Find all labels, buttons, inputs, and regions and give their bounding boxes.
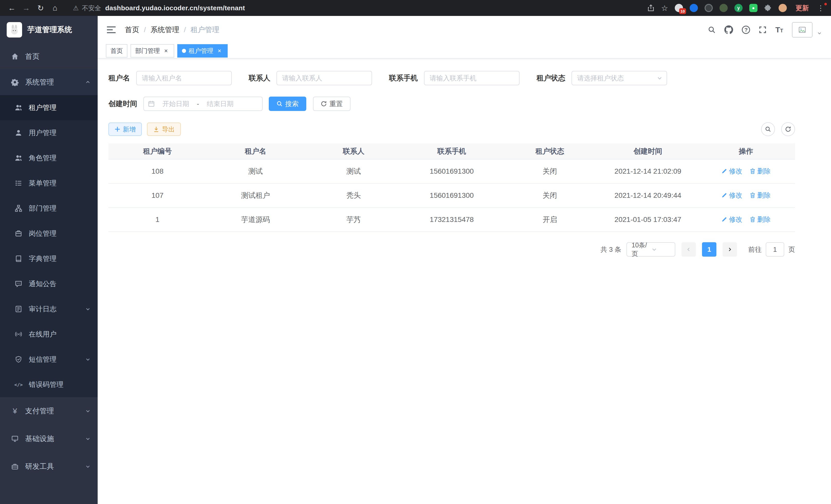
close-icon[interactable]: × xyxy=(163,47,170,55)
sidebar-item-role[interactable]: 角色管理 xyxy=(0,145,98,171)
extension-dark-icon[interactable] xyxy=(705,4,713,12)
tab-home[interactable]: 首页 xyxy=(106,44,127,58)
tenant-name-input[interactable] xyxy=(136,71,232,85)
mobile-input[interactable] xyxy=(424,71,520,85)
edit-link[interactable]: 修改 xyxy=(721,191,742,200)
date-range-picker[interactable]: - xyxy=(143,97,263,111)
col-created: 创建时间 xyxy=(599,143,697,159)
search-icon[interactable] xyxy=(708,26,716,34)
signal-icon xyxy=(14,331,23,338)
page-number-button[interactable]: 1 xyxy=(702,242,716,257)
sidebar-item-menu[interactable]: 菜单管理 xyxy=(0,171,98,196)
logo-image xyxy=(7,22,22,37)
back-icon[interactable]: ← xyxy=(5,2,19,14)
github-icon[interactable] xyxy=(724,25,733,34)
status-select[interactable]: 请选择租户状态 xyxy=(571,71,667,85)
extension-blue-icon[interactable] xyxy=(690,4,698,12)
sidebar-item-tenant[interactable]: 租户管理 xyxy=(0,95,98,120)
close-icon[interactable]: × xyxy=(216,47,223,55)
edit-link[interactable]: 修改 xyxy=(721,167,742,176)
forward-icon[interactable]: → xyxy=(20,2,33,14)
sidebar-menu: 首页 系统管理 租户管理 用户管理 xyxy=(0,44,98,504)
breadcrumb-current: 租户管理 xyxy=(191,25,220,35)
sidebar-item-error-code[interactable]: </> 错误码管理 xyxy=(0,372,98,397)
breadcrumb-system[interactable]: 系统管理 xyxy=(150,25,179,35)
chevron-down-icon xyxy=(85,409,90,414)
delete-link[interactable]: 删除 xyxy=(749,215,771,224)
reset-button[interactable]: 重置 xyxy=(313,97,350,111)
chevron-down-icon xyxy=(657,75,662,81)
url-text[interactable]: dashboard.yudao.iocoder.cn/system/tenant xyxy=(105,4,245,12)
contact-input[interactable] xyxy=(277,71,372,85)
sidebar-item-dict[interactable]: 字典管理 xyxy=(0,246,98,271)
tab-dept[interactable]: 部门管理 × xyxy=(131,44,174,58)
reload-icon[interactable]: ↻ xyxy=(34,2,47,14)
sidebar-item-infra[interactable]: 基础设施 xyxy=(0,425,98,453)
avatar[interactable] xyxy=(792,22,812,37)
tab-tenant[interactable]: 租户管理 × xyxy=(177,44,228,58)
extension-chat-icon[interactable]: ● xyxy=(749,4,757,12)
avatar-caret-icon[interactable] xyxy=(817,31,822,35)
gear-icon xyxy=(10,78,20,86)
screen: ← → ↻ ⌂ ⚠ 不安全 dashboard.yudao.iocoder.cn… xyxy=(0,0,831,504)
sidebar-item-dept[interactable]: 部门管理 xyxy=(0,196,98,221)
sidebar-item-dev-tools[interactable]: 研发工具 xyxy=(0,453,98,480)
extension-badged-icon[interactable]: 10 xyxy=(675,4,683,12)
extensions-puzzle-icon[interactable] xyxy=(764,4,772,12)
browser-menu-icon[interactable]: ⋮ xyxy=(815,4,826,12)
book-icon xyxy=(14,255,23,262)
shield-icon xyxy=(14,356,23,363)
people-icon xyxy=(14,154,23,161)
export-button[interactable]: 导出 xyxy=(147,122,181,136)
org-tree-icon xyxy=(14,205,23,212)
delete-link[interactable]: 删除 xyxy=(749,191,771,200)
fullscreen-icon[interactable] xyxy=(759,26,767,34)
filter-row-2: 创建时间 - 搜索 重置 xyxy=(109,97,795,111)
security-warning[interactable]: ⚠ 不安全 xyxy=(73,4,101,12)
sidebar-item-notice[interactable]: 通知公告 xyxy=(0,271,98,296)
next-page-button[interactable] xyxy=(722,242,737,257)
goto-label: 前往 xyxy=(748,245,762,254)
sidebar-item-payment[interactable]: ¥ 支付管理 xyxy=(0,397,98,425)
chevron-down-icon xyxy=(651,246,671,252)
sidebar-item-system[interactable]: 系统管理 xyxy=(0,69,98,95)
bookmark-star-icon[interactable]: ☆ xyxy=(661,2,668,14)
update-button[interactable]: 更新 xyxy=(796,4,809,12)
sidebar-item-post[interactable]: 岗位管理 xyxy=(0,221,98,246)
breadcrumb-home[interactable]: 首页 xyxy=(125,25,139,35)
help-icon[interactable]: ? xyxy=(742,26,750,34)
app-logo[interactable]: 芋道管理系统 xyxy=(0,16,98,44)
end-date-input[interactable] xyxy=(201,100,239,108)
delete-link[interactable]: 删除 xyxy=(749,167,771,176)
prev-page-button[interactable] xyxy=(682,242,696,257)
collapse-menu-icon[interactable] xyxy=(107,26,116,34)
goto-page-input[interactable] xyxy=(766,242,784,257)
home-icon[interactable]: ⌂ xyxy=(48,2,62,14)
sidebar-item-user[interactable]: 用户管理 xyxy=(0,120,98,145)
app-title: 芋道管理系统 xyxy=(27,25,72,35)
message-icon xyxy=(14,280,23,288)
add-button[interactable]: 新增 xyxy=(109,122,142,136)
extension-olive-icon[interactable] xyxy=(719,4,728,12)
search-button[interactable]: 搜索 xyxy=(269,97,306,111)
sidebar-item-audit-log[interactable]: 审计日志 xyxy=(0,296,98,322)
extension-green-circle-icon[interactable]: y xyxy=(735,4,743,12)
app-header: 首页 / 系统管理 / 租户管理 ? xyxy=(98,16,831,44)
profile-avatar-icon[interactable] xyxy=(779,4,787,12)
font-size-icon[interactable]: TT xyxy=(775,26,783,34)
address-bar[interactable]: ⚠ 不安全 dashboard.yudao.iocoder.cn/system/… xyxy=(73,4,641,12)
edit-link[interactable]: 修改 xyxy=(721,215,742,224)
briefcase-icon xyxy=(14,230,23,237)
col-tenant-name: 租户名 xyxy=(207,143,305,159)
col-contact: 联系人 xyxy=(305,143,403,159)
start-date-input[interactable] xyxy=(157,100,195,108)
refresh-icon[interactable] xyxy=(781,122,795,136)
toggle-search-icon[interactable] xyxy=(761,122,775,136)
sidebar-item-online-users[interactable]: 在线用户 xyxy=(0,322,98,347)
page-size-select[interactable]: 10条/页 xyxy=(627,242,675,257)
share-icon[interactable] xyxy=(647,4,655,11)
sidebar-item-home[interactable]: 首页 xyxy=(0,44,98,69)
sidebar-item-sms[interactable]: 短信管理 xyxy=(0,347,98,372)
status-label: 租户状态 xyxy=(537,73,565,83)
contact-label: 联系人 xyxy=(249,73,270,83)
